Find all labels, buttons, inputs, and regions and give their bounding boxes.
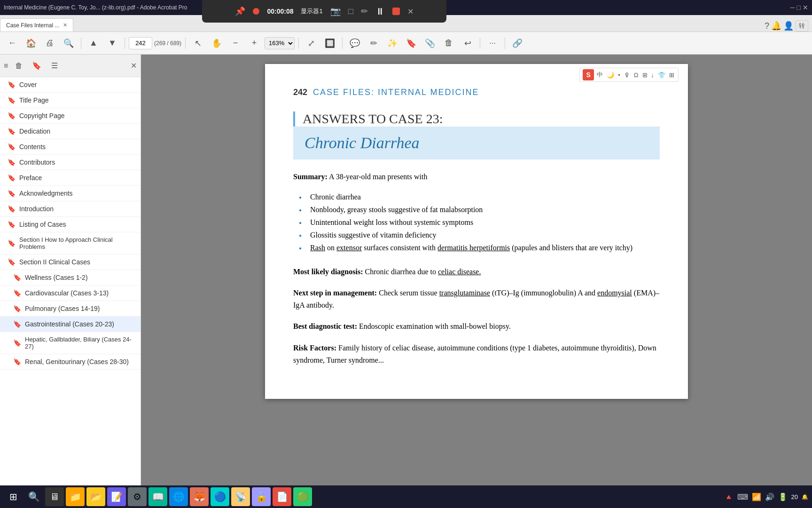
sougou-mic-btn[interactable]: 🎙 bbox=[623, 71, 631, 79]
search-button[interactable]: 🔍 bbox=[24, 487, 43, 506]
bookmark-options-button[interactable]: ☰ bbox=[47, 59, 62, 73]
notification-button[interactable]: 🔔 bbox=[771, 21, 781, 31]
taskbar-notepad[interactable]: 📝 bbox=[107, 487, 126, 506]
chevron-up-icon[interactable]: 🔺 bbox=[724, 492, 734, 501]
pin-icon[interactable]: 📌 bbox=[235, 6, 245, 16]
sougou-dot-btn[interactable]: • bbox=[617, 71, 621, 79]
sidebar-item-section1[interactable]: 🔖 Section I How to Approach Clinical Pro… bbox=[0, 232, 141, 254]
bookmark-icon: 🔖 bbox=[13, 339, 21, 347]
help-button[interactable]: ? bbox=[765, 21, 769, 31]
transglutaminase-link[interactable]: transglutaminase bbox=[439, 289, 490, 297]
back-button[interactable]: ← bbox=[4, 35, 21, 52]
comment-button[interactable]: 💬 bbox=[346, 35, 363, 52]
sougou-shirt-btn[interactable]: 👕 bbox=[657, 71, 666, 79]
share-button[interactable]: 🔗 bbox=[509, 35, 526, 52]
sidebar-close-button[interactable]: ✕ bbox=[131, 61, 137, 70]
select-tool-button[interactable]: ↖ bbox=[189, 35, 206, 52]
bookmark-icon: 🔖 bbox=[13, 358, 21, 365]
taskbar-app2[interactable]: 🔒 bbox=[252, 487, 271, 506]
sidebar-item-introduction[interactable]: 🔖 Introduction bbox=[0, 201, 141, 217]
pen-icon[interactable]: ✏ bbox=[361, 6, 368, 16]
sidebar-item-contributors[interactable]: 🔖 Contributors bbox=[0, 155, 141, 170]
highlight-button[interactable]: ✨ bbox=[384, 35, 401, 52]
sidebar-item-gastro[interactable]: 🔖 Gastrointestinal (Cases 20-23) bbox=[0, 317, 141, 332]
taskbar-reader[interactable]: 📖 bbox=[148, 487, 167, 506]
battery-icon[interactable]: 🔋 bbox=[778, 492, 788, 501]
taskbar-settings[interactable]: ⚙ bbox=[128, 487, 147, 506]
taskbar-explorer[interactable]: 📂 bbox=[86, 487, 105, 506]
zoom-in-button[interactable]: + bbox=[246, 35, 263, 52]
stop-button[interactable] bbox=[392, 8, 400, 15]
dermatitis-link[interactable]: dermatitis herpetiformis bbox=[437, 244, 510, 252]
tab-case-files[interactable]: Case Files Internal ... ✕ bbox=[0, 18, 73, 32]
sidebar-item-cardio[interactable]: 🔖 Cardiovascular (Cases 3-13) bbox=[0, 286, 141, 301]
stamp-button[interactable]: 🔖 bbox=[403, 35, 420, 52]
user-avatar[interactable]: 👤 bbox=[783, 21, 794, 31]
sidebar-item-copyright[interactable]: 🔖 Copyright Page bbox=[0, 108, 141, 124]
taskbar-files[interactable]: 📁 bbox=[66, 487, 85, 506]
sidebar-item-dedication[interactable]: 🔖 Dedication bbox=[0, 124, 141, 139]
next-page-button[interactable]: ▼ bbox=[104, 35, 121, 52]
sougou-chinese-btn[interactable]: 中 bbox=[596, 71, 604, 79]
recording-close-button[interactable]: ✕ bbox=[407, 7, 414, 16]
pause-button[interactable]: ⏸ bbox=[375, 6, 385, 17]
taskbar-app3[interactable]: 🟢 bbox=[293, 487, 312, 506]
sidebar-item-section2[interactable]: 🔖 Section II Clinical Cases bbox=[0, 254, 141, 270]
volume-icon[interactable]: 🔊 bbox=[765, 492, 774, 501]
taskbar-edge[interactable]: 🔵 bbox=[211, 487, 229, 506]
task-view-button[interactable]: 🖥 bbox=[45, 487, 64, 506]
zoom-select[interactable]: 163% 100% 150% 200% bbox=[265, 37, 295, 49]
sougou-moon-btn[interactable]: 🌙 bbox=[606, 71, 615, 79]
delete-button[interactable]: 🗑 bbox=[440, 35, 457, 52]
taskbar-acrobat[interactable]: 📄 bbox=[273, 487, 291, 506]
taskbar-browser2[interactable]: 🦊 bbox=[190, 487, 209, 506]
maximize-icon[interactable]: □ bbox=[797, 4, 801, 11]
rash-link[interactable]: Rash bbox=[310, 244, 325, 252]
close-icon[interactable]: ✕ bbox=[803, 4, 808, 11]
translate-button[interactable]: 转 bbox=[796, 20, 808, 32]
fit-page-button[interactable]: ⤢ bbox=[303, 35, 320, 52]
sidebar-item-hepatic[interactable]: 🔖 Hepatic, Gallbladder, Biliary (Cases 2… bbox=[0, 332, 141, 354]
undo-button[interactable]: ↩ bbox=[459, 35, 476, 52]
sidebar-item-renal[interactable]: 🔖 Renal, Genitourinary (Cases 28-30) bbox=[0, 354, 141, 370]
tab-close-button[interactable]: ✕ bbox=[63, 22, 67, 28]
sidebar-item-acknowledgments[interactable]: 🔖 Acknowledgments bbox=[0, 186, 141, 201]
taskbar-app1[interactable]: 📡 bbox=[231, 487, 250, 506]
attach-button[interactable]: 📎 bbox=[422, 35, 438, 52]
sidebar-menu-icon[interactable]: ≡ bbox=[4, 62, 8, 70]
extensor-link[interactable]: extensor bbox=[336, 244, 362, 252]
sidebar-item-wellness[interactable]: 🔖 Wellness (Cases 1-2) bbox=[0, 270, 141, 286]
sidebar-item-pulmonary[interactable]: 🔖 Pulmonary (Cases 14-19) bbox=[0, 301, 141, 317]
zoom-out-button[interactable]: − bbox=[227, 35, 244, 52]
delete-bookmark-button[interactable]: 🗑 bbox=[12, 59, 26, 73]
sidebar-item-title-page[interactable]: 🔖 Title Page bbox=[0, 93, 141, 108]
sidebar-item-preface[interactable]: 🔖 Preface bbox=[0, 170, 141, 186]
endomysial-link[interactable]: endomysial bbox=[597, 289, 632, 297]
network-icon[interactable]: 📶 bbox=[752, 492, 761, 501]
add-bookmark-button[interactable]: 🔖 bbox=[30, 59, 44, 73]
sougou-grid2-btn[interactable]: ⊞ bbox=[668, 71, 675, 79]
find-button[interactable]: 🔍 bbox=[60, 35, 77, 52]
sidebar-item-contents[interactable]: 🔖 Contents bbox=[0, 139, 141, 155]
sougou-grid-btn[interactable]: ⊞ bbox=[641, 71, 648, 79]
print-button[interactable]: 🖨 bbox=[41, 35, 58, 52]
start-button[interactable]: ⊞ bbox=[4, 487, 23, 506]
sidebar-item-listing[interactable]: 🔖 Listing of Cases bbox=[0, 217, 141, 232]
celiac-disease-link[interactable]: celiac disease. bbox=[438, 268, 481, 276]
notification-badge[interactable]: 🔔 bbox=[802, 494, 808, 500]
sougou-omega-btn[interactable]: Ω bbox=[633, 71, 640, 79]
taskbar-browser[interactable]: 🌐 bbox=[169, 487, 188, 506]
minimize-icon[interactable]: ─ bbox=[790, 4, 795, 11]
hand-tool-button[interactable]: ✋ bbox=[208, 35, 225, 52]
marquee-zoom-button[interactable]: 🔲 bbox=[321, 35, 338, 52]
sougou-down-btn[interactable]: ↓ bbox=[650, 71, 656, 79]
pen-tool-button[interactable]: ✏ bbox=[365, 35, 382, 52]
frame-icon[interactable]: □ bbox=[348, 7, 353, 16]
more-tools-button[interactable]: ⋯ bbox=[484, 35, 501, 52]
prev-page-button[interactable]: ▲ bbox=[85, 35, 102, 52]
sidebar-item-cover[interactable]: 🔖 Cover bbox=[0, 77, 141, 93]
camera-icon[interactable]: 📷 bbox=[330, 6, 341, 16]
keyboard-icon[interactable]: ⌨ bbox=[737, 492, 748, 501]
home-button[interactable]: 🏠 bbox=[23, 35, 39, 52]
page-number-input[interactable] bbox=[129, 37, 152, 49]
